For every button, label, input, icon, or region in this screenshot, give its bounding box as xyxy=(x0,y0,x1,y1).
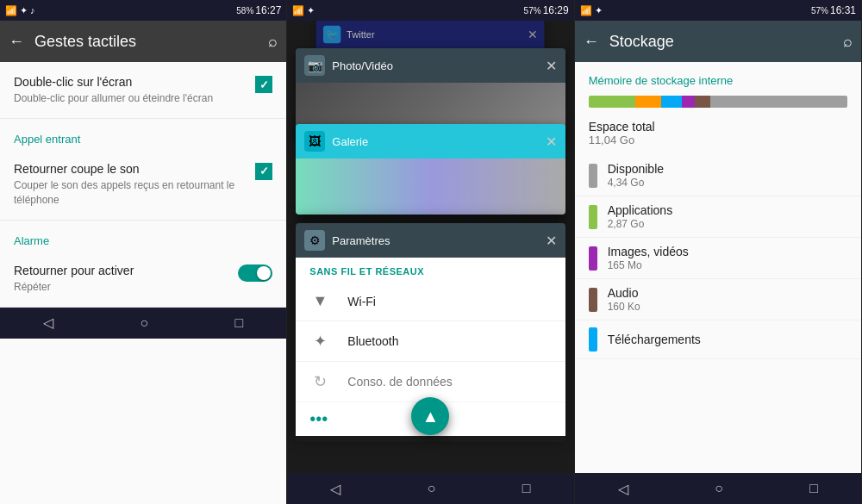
galerie-icon: 🖼 xyxy=(304,131,325,152)
photo-icon: 📷 xyxy=(304,55,325,76)
color-dot-apps xyxy=(589,205,597,229)
setting-text-block-3: Retourner pour activer Répéter xyxy=(14,263,238,295)
setting-desc-2: Couper le son des appels reçus en retour… xyxy=(14,178,248,208)
recent-nav-3[interactable]: □ xyxy=(796,477,832,500)
item-size-images: 165 Mo xyxy=(608,259,847,271)
seg-brown xyxy=(695,96,710,108)
bluetooth-icon: ✦ xyxy=(309,332,330,351)
color-dot-downloads xyxy=(589,327,597,352)
galerie-close[interactable]: ✕ xyxy=(546,134,557,150)
setting-desc-3: Répéter xyxy=(14,280,231,295)
status-right-icons: 58% 16:27 xyxy=(236,4,281,16)
status-left-icons-3: 📶 ✦ xyxy=(580,5,603,16)
galerie-card-title: Galerie xyxy=(332,135,538,148)
storage-item-audio[interactable]: Audio 160 Ko xyxy=(575,279,861,320)
settings-content-1: Double-clic sur l'écran Double-clic pour… xyxy=(0,62,286,308)
bt-icon-3: ✦ xyxy=(595,5,603,16)
seg-grey xyxy=(710,96,847,108)
retourner-son-checkbox[interactable] xyxy=(255,163,272,180)
total-label: Espace total xyxy=(589,120,847,134)
page-title-1: Gestes tactiles xyxy=(34,33,258,51)
nav-bar-1: ◁ ○ □ xyxy=(0,308,286,339)
status-left-icons-2: 📶 ✦ xyxy=(292,5,315,16)
item-size-apps: 2,87 Go xyxy=(608,218,847,230)
double-click-checkbox[interactable] xyxy=(255,76,272,93)
storage-section-title: Mémoire de stockage interne xyxy=(575,62,861,92)
item-name-audio: Audio xyxy=(608,286,847,300)
storage-item-downloads[interactable]: Téléchargements xyxy=(575,320,861,359)
item-name-images: Images, vidéos xyxy=(608,245,847,258)
setting-label: Double-clic sur l'écran xyxy=(14,74,248,90)
setting-desc: Double-clic pour allumer ou éteindre l'é… xyxy=(14,91,248,106)
recent-nav-2[interactable]: □ xyxy=(509,477,545,500)
time-3: 16:31 xyxy=(830,4,856,16)
setting-retourner-activer[interactable]: Retourner pour activer Répéter xyxy=(0,251,286,308)
twitter-icon: 🐦 xyxy=(323,26,340,43)
recent-nav-1[interactable]: □ xyxy=(221,312,257,334)
retourner-activer-toggle[interactable] xyxy=(238,264,272,282)
fab-button[interactable]: ▲ xyxy=(411,397,449,435)
home-nav-3[interactable]: ○ xyxy=(701,477,737,500)
home-nav-1[interactable]: ○ xyxy=(126,312,162,334)
search-button-1[interactable]: ⌕ xyxy=(268,33,278,51)
back-nav-2[interactable]: ◁ xyxy=(316,477,354,501)
status-right-icons-3: 57% 16:31 xyxy=(811,4,856,16)
status-bar-2: 📶 ✦ 57% 16:29 xyxy=(287,0,573,21)
signal-icon-2: 📶 xyxy=(292,5,304,16)
item-size: 4,34 Go xyxy=(608,177,847,189)
storage-item-disponible[interactable]: Disponible 4,34 Go xyxy=(575,155,861,196)
setting-double-click[interactable]: Double-clic sur l'écran Double-clic pour… xyxy=(0,62,286,119)
task-card-galerie[interactable]: 🖼 Galerie ✕ xyxy=(296,124,565,215)
seg-apps xyxy=(589,96,635,108)
settings-section-title: SANS FIL ET RÉSEAUX xyxy=(296,258,565,282)
status-bar-3: 📶 ✦ 57% 16:31 xyxy=(575,0,861,21)
storage-item-apps[interactable]: Applications 2,87 Go xyxy=(575,196,861,238)
galerie-preview xyxy=(296,159,565,215)
page-title-3: Stockage xyxy=(609,33,833,51)
signal-icon: 📶 xyxy=(5,5,17,16)
settings-item-bluetooth[interactable]: ✦ Bluetooth xyxy=(296,321,565,362)
signal-icon-3: 📶 xyxy=(580,5,592,16)
color-dot-disponible xyxy=(589,164,597,188)
item-size-audio: 160 Ko xyxy=(608,301,847,313)
storage-item-images[interactable]: Images, vidéos 165 Mo xyxy=(575,238,861,279)
bluetooth-label: Bluetooth xyxy=(347,334,398,348)
item-info-audio: Audio 160 Ko xyxy=(608,286,847,313)
fab-icon: ▲ xyxy=(422,407,440,426)
item-name-downloads: Téléchargements xyxy=(608,333,847,346)
bt-icon-2: ✦ xyxy=(307,5,315,16)
home-nav-2[interactable]: ○ xyxy=(414,477,450,500)
item-name: Disponible xyxy=(608,162,847,176)
wifi-label: Wi-Fi xyxy=(347,295,376,308)
setting-label-3: Retourner pour activer xyxy=(14,263,231,278)
nav-bar-3: ◁ ○ □ xyxy=(575,473,861,504)
settings-card-icon: ⚙ xyxy=(304,230,325,251)
status-left-icons: 📶 ✦ ♪ xyxy=(5,5,35,16)
back-button[interactable]: ← xyxy=(9,33,24,51)
section-header-alarme: Alarme xyxy=(0,221,286,251)
settings-card-title: Paramètres xyxy=(332,234,538,247)
settings-item-data[interactable]: ↻ Conso. de données xyxy=(296,362,565,402)
photo-close[interactable]: ✕ xyxy=(546,58,557,74)
photo-card-title: Photo/Vidéo xyxy=(332,59,538,72)
item-name-apps: Applications xyxy=(608,203,847,217)
back-nav-3[interactable]: ◁ xyxy=(604,477,642,501)
panel-gestes-tactiles: 📶 ✦ ♪ 58% 16:27 ← Gestes tactiles ⌕ Doub… xyxy=(0,0,287,504)
seg-orange xyxy=(635,96,661,108)
back-button-3[interactable]: ← xyxy=(584,33,599,51)
search-button-3[interactable]: ⌕ xyxy=(843,33,853,51)
panel-stockage: 📶 ✦ 57% 16:31 ← Stockage ⌕ Mémoire de st… xyxy=(575,0,862,504)
settings-close[interactable]: ✕ xyxy=(546,233,557,249)
setting-text-block: Double-clic sur l'écran Double-clic pour… xyxy=(14,74,255,106)
twitter-card-title: Twitter xyxy=(347,29,522,40)
seg-blue xyxy=(661,96,682,108)
settings-item-wifi[interactable]: ▼ Wi-Fi xyxy=(296,282,565,321)
setting-text-block-2: Retourner coupe le son Couper le son des… xyxy=(14,161,255,208)
item-info-disponible: Disponible 4,34 Go xyxy=(608,162,847,189)
status-right-icons-2: 57% 16:29 xyxy=(524,4,569,16)
setting-retourner-son[interactable]: Retourner coupe le son Couper le son des… xyxy=(0,149,286,221)
back-nav-1[interactable]: ◁ xyxy=(29,311,67,334)
twitter-close[interactable]: ✕ xyxy=(528,28,538,41)
color-dot-images xyxy=(589,246,597,271)
multitask-content: 🐦 Twitter ✕ 📷 Photo/Vidéo ✕ 🖼 xyxy=(287,21,573,473)
